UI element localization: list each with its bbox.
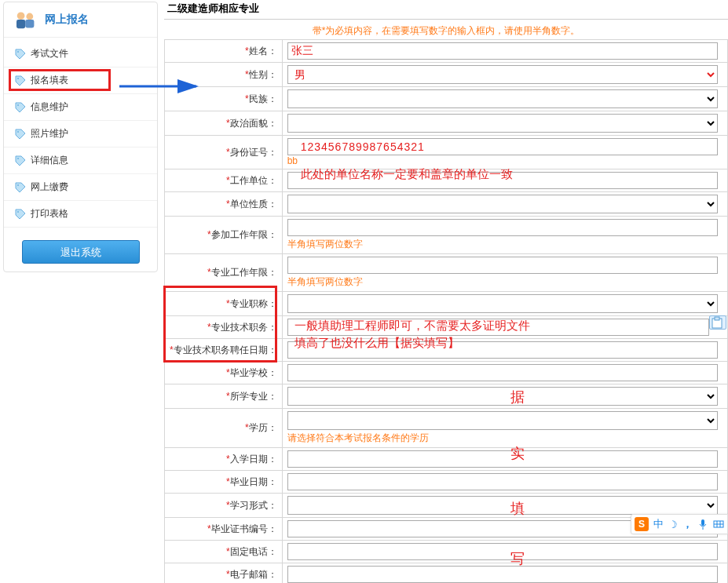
registration-form-table: *姓名： *性别： 男 *民族： *政治面貌： *身份证号： bb [164,39,728,583]
svg-point-8 [17,158,19,159]
input-workyears[interactable] [287,219,719,236]
label-workunit: *工作单位： [165,169,283,192]
ime-moon-icon[interactable]: ☽ [668,519,678,530]
label-unitnature: *单位性质： [165,192,283,217]
sidebar-title: 网上报名 [45,13,89,27]
svg-point-10 [17,211,19,213]
label-major: *所学专业： [165,384,283,409]
sidebar-header: 网上报名 [4,2,157,38]
label-protitle: *专业职称： [165,292,283,316]
select-gender[interactable]: 男 [287,65,719,84]
svg-point-7 [17,131,19,133]
form-title: 二级建造师相应专业 [164,0,728,20]
label-gender: *性别： [165,63,283,87]
select-major[interactable] [287,387,719,406]
input-name[interactable] [287,42,719,60]
label-ethnic: *民族： [165,87,283,111]
svg-rect-14 [701,519,704,526]
svg-point-2 [26,13,33,20]
input-enrolldate[interactable] [287,450,719,468]
menu-label: 打印表格 [31,207,68,220]
label-workyears: *参加工作年限： [165,217,283,254]
ime-mic-icon[interactable] [697,519,708,530]
tag-icon [15,102,26,113]
svg-point-6 [17,104,19,106]
input-workunit[interactable] [287,172,719,189]
svg-point-9 [17,184,19,186]
menu-label: 报名填表 [31,74,68,87]
label-name: *姓名： [165,40,283,63]
menu-item-detail-info[interactable]: 详细信息 [4,148,157,174]
select-unitnature[interactable] [287,195,719,213]
tag-icon [15,209,26,220]
menu-label: 照片维护 [31,127,68,140]
label-proworkyears: *专业工作年限： [165,254,283,292]
svg-point-0 [17,12,25,20]
select-ethnic[interactable] [287,89,719,108]
select-politics[interactable] [287,114,719,133]
label-idno: *身份证号： [165,136,283,169]
sidebar: 网上报名 考试文件 报名填表 信息维护 照片维护 详细信息 [3,2,158,272]
menu-item-photo-maintain[interactable]: 照片维护 [4,121,157,148]
menu-item-online-pay[interactable]: 网上缴费 [4,174,157,201]
svg-point-5 [17,78,19,79]
ime-keyboard-icon[interactable] [713,519,724,530]
menu-label: 考试文件 [31,47,68,60]
label-protech: *专业技术职务： [165,316,283,339]
menu-label: 详细信息 [31,154,68,167]
menu-item-fill-form[interactable]: 报名填表 [4,67,157,94]
label-certno: *毕业证书编号： [165,518,283,541]
tag-icon [15,75,26,86]
tag-icon [15,129,26,140]
select-edu[interactable] [287,411,719,430]
label-graddate: *毕业日期： [165,471,283,494]
tag-icon [15,49,26,60]
ime-comma[interactable]: ， [682,517,693,531]
menu-label: 信息维护 [31,100,68,114]
form-hint: 带*为必填内容，在需要填写数字的输入框内，请使用半角数字。 [164,20,728,39]
ime-toolbar[interactable]: S 中 ☽ ， [631,514,728,534]
label-studyform: *学习形式： [165,494,283,518]
workyears-note: 半角填写两位数字 [287,238,723,251]
proworkyears-note: 半角填写两位数字 [287,275,723,289]
input-proworkyears[interactable] [287,257,719,274]
input-protechdate[interactable] [287,341,719,359]
label-tel: *固定电话： [165,541,283,563]
menu-item-info-maintain[interactable]: 信息维护 [4,94,157,121]
tag-icon [15,182,26,193]
sogou-icon[interactable]: S [635,517,649,531]
main-content: 二级建造师相应专业 带*为必填内容，在需要填写数字的输入框内，请使用半角数字。 … [161,0,728,583]
svg-rect-3 [25,20,34,27]
select-protitle[interactable] [287,294,719,313]
input-tel[interactable] [287,543,719,560]
input-protech[interactable] [287,319,710,336]
users-icon [13,9,38,31]
ime-zhong[interactable]: 中 [653,517,664,531]
input-email[interactable] [287,566,719,583]
svg-point-4 [17,51,19,53]
select-studyform[interactable] [287,496,719,515]
idno-note: bb [287,155,723,166]
sidebar-menu: 考试文件 报名填表 信息维护 照片维护 详细信息 网上缴费 [4,38,157,231]
menu-item-exam-docs[interactable]: 考试文件 [4,41,157,67]
menu-item-print-table[interactable]: 打印表格 [4,201,157,228]
label-edu: *学历： [165,409,283,448]
label-email: *电子邮箱： [165,563,283,584]
tag-icon [15,155,26,166]
input-gradschool[interactable] [287,364,719,381]
label-enrolldate: *入学日期： [165,448,283,471]
menu-label: 网上缴费 [31,180,68,194]
input-idno[interactable] [287,138,719,155]
svg-rect-1 [16,20,25,28]
exit-button[interactable]: 退出系统 [22,240,140,264]
edu-note: 请选择符合本考试报名条件的学历 [287,432,723,445]
svg-rect-13 [715,317,719,320]
clipboard-icon[interactable] [709,315,726,330]
label-protechdate: *专业技术职务聘任日期： [165,339,283,362]
label-politics: *政治面貌： [165,111,283,136]
input-graddate[interactable] [287,473,719,490]
label-gradschool: *毕业学校： [165,362,283,384]
